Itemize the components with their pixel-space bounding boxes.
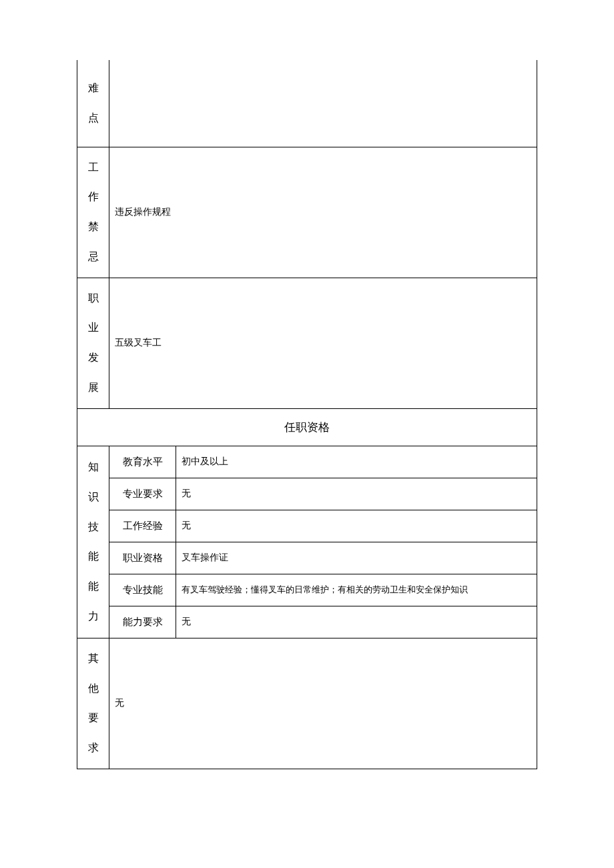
qual-value: 无 xyxy=(176,510,537,542)
qual-value: 无 xyxy=(176,478,537,510)
qual-sublabel: 能力要求 xyxy=(109,606,176,638)
qual-value: 有叉车驾驶经验；懂得叉车的日常维护；有相关的劳动卫生和安全保护知识 xyxy=(176,574,537,606)
label-other: 其 他 要 求 xyxy=(77,638,109,769)
table-row-section-header: 任职资格 xyxy=(77,408,537,446)
qual-sublabel: 教育水平 xyxy=(109,446,176,478)
cell-taboo-value: 违反操作规程 xyxy=(109,147,537,278)
table-row-qual: 职业资格 叉车操作证 xyxy=(77,542,537,574)
table-row-qual: 工作经验 无 xyxy=(77,510,537,542)
qual-sublabel: 工作经验 xyxy=(109,510,176,542)
label-career: 职 业 发 展 xyxy=(77,278,109,408)
qual-value: 无 xyxy=(176,606,537,638)
qual-sublabel: 专业技能 xyxy=(109,574,176,606)
cell-career-value: 五级叉车工 xyxy=(109,278,537,408)
table-row-qual: 专业技能 有叉车驾驶经验；懂得叉车的日常维护；有相关的劳动卫生和安全保护知识 xyxy=(77,574,537,606)
qual-sublabel: 专业要求 xyxy=(109,478,176,510)
cell-other-value: 无 xyxy=(109,638,537,769)
table-row-qual: 能力要求 无 xyxy=(77,606,537,638)
table-row-other: 其 他 要 求 无 xyxy=(77,638,537,769)
qual-sublabel: 职业资格 xyxy=(109,542,176,574)
section-header: 任职资格 xyxy=(77,408,537,446)
cell-difficulty-value xyxy=(109,60,537,147)
label-difficulty: 难 点 xyxy=(77,60,109,147)
job-spec-table: 难 点 工 作 禁 忌 违反操作规程 职 业 发 展 五级叉车工 xyxy=(77,60,537,769)
label-taboo: 工 作 禁 忌 xyxy=(77,147,109,278)
table-row-career: 职 业 发 展 五级叉车工 xyxy=(77,278,537,408)
qual-value: 初中及以上 xyxy=(176,446,537,478)
label-qual-group: 知 识 技 能 能 力 xyxy=(77,446,109,638)
table-row-difficulty: 难 点 xyxy=(77,60,537,147)
table-row-taboo: 工 作 禁 忌 违反操作规程 xyxy=(77,147,537,278)
qual-value: 叉车操作证 xyxy=(176,542,537,574)
table-row-qual: 知 识 技 能 能 力 教育水平 初中及以上 xyxy=(77,446,537,478)
table-row-qual: 专业要求 无 xyxy=(77,478,537,510)
